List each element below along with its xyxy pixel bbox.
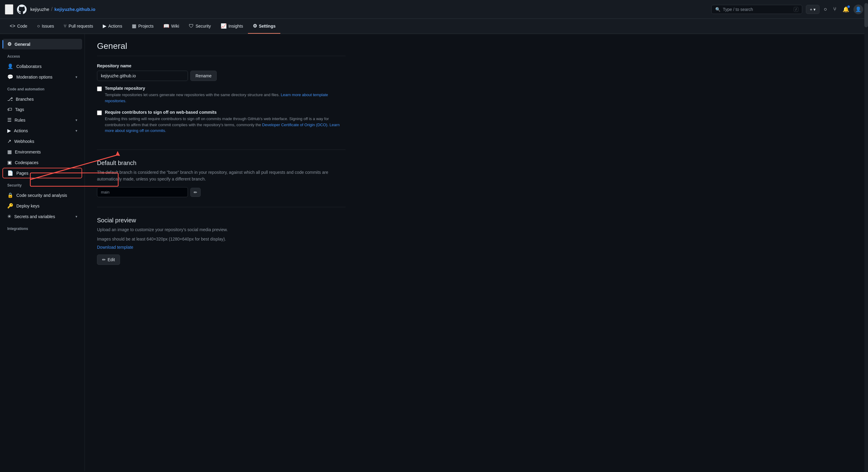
- repo-nav: <> Code ○ Issues ⑂ Pull requests ▶ Actio…: [0, 19, 868, 34]
- default-branch-title: Default branch: [97, 159, 345, 167]
- hamburger-button[interactable]: ☰: [5, 4, 13, 14]
- page-title: General: [97, 41, 345, 56]
- tags-icon: 🏷: [7, 107, 12, 112]
- github-logo: [17, 4, 27, 14]
- user-link[interactable]: kejiyuzhe: [30, 7, 50, 12]
- breadcrumb: kejiyuzhe / kejiyuzhe.github.io: [30, 6, 95, 12]
- nav-actions[interactable]: ▶ Actions: [98, 19, 127, 34]
- search-bar[interactable]: 🔍 Type / to search /: [711, 5, 802, 14]
- edit-branch-button[interactable]: ✏: [190, 188, 200, 197]
- sidebar-deploy-keys-label: Deploy keys: [17, 204, 39, 208]
- settings-icon: ⚙: [253, 23, 257, 29]
- sidebar-item-moderation[interactable]: 💬 Moderation options ▾: [2, 71, 82, 82]
- social-preview-title: Social preview: [97, 217, 345, 224]
- sidebar-rules-label: Rules: [14, 118, 26, 122]
- sidebar-code-security-label: Code security and analysis: [17, 193, 67, 198]
- search-icon: 🔍: [715, 7, 720, 12]
- search-placeholder-text: Type / to search: [723, 7, 753, 12]
- nav-wiki[interactable]: 📖 Wiki: [158, 19, 184, 34]
- social-preview-desc1: Upload an image to customize your reposi…: [97, 226, 345, 233]
- social-preview-section: Social preview Upload an image to custom…: [97, 217, 345, 274]
- repo-name-section: Repository name Rename Template reposito…: [97, 63, 345, 150]
- nav-security-label: Security: [195, 24, 211, 29]
- sidebar-item-webhooks[interactable]: ↗ Webhooks: [2, 136, 82, 147]
- nav-code-label: Code: [17, 24, 27, 29]
- code-security-icon: 🔒: [7, 192, 13, 198]
- sidebar-collaborators-label: Collaborators: [17, 64, 41, 69]
- default-branch-desc: The default branch is considered the "ba…: [97, 169, 345, 183]
- branch-name-input: [97, 187, 188, 197]
- codespaces-icon: ▣: [7, 159, 12, 165]
- avatar[interactable]: 👤: [854, 4, 863, 14]
- sidebar-webhooks-label: Webhooks: [14, 139, 34, 144]
- sidebar-item-environments[interactable]: ▦ Environments: [2, 147, 82, 157]
- layout: ⚙ General Access 👤 Collaborators 💬 Moder…: [0, 34, 868, 471]
- social-preview-edit-button[interactable]: ✏ Edit: [97, 255, 120, 265]
- new-button[interactable]: + ▾: [806, 5, 819, 14]
- environments-icon: ▦: [7, 149, 12, 155]
- pull-requests-button[interactable]: ⑂: [831, 4, 838, 14]
- sidebar-pages-label: Pages: [17, 171, 29, 176]
- repo-name-input[interactable]: [97, 71, 188, 81]
- edit-label: Edit: [107, 257, 115, 262]
- sidebar-item-codespaces[interactable]: ▣ Codespaces: [2, 157, 82, 168]
- nav-code[interactable]: <> Code: [5, 19, 32, 34]
- insights-icon: 📈: [221, 23, 227, 29]
- scrollbar-thumb[interactable]: [864, 3, 868, 27]
- nav-projects-label: Projects: [138, 24, 154, 29]
- nav-actions-label: Actions: [108, 24, 122, 29]
- sidebar-item-pages[interactable]: 📄 Pages: [2, 168, 82, 178]
- sidebar-item-rules[interactable]: ☰ Rules ▾: [2, 115, 82, 125]
- nav-pr-label: Pull requests: [68, 24, 93, 29]
- repo-link[interactable]: kejiyuzhe.github.io: [55, 7, 95, 12]
- secrets-chevron-icon: ▾: [75, 214, 77, 219]
- sidebar-moderation-label: Moderation options: [17, 75, 53, 80]
- nav-pull-requests[interactable]: ⑂ Pull requests: [59, 19, 98, 34]
- rules-icon: ☰: [7, 117, 11, 123]
- sidebar-item-actions[interactable]: ▶ Actions ▾: [2, 125, 82, 136]
- sign-off-desc: Enabling this setting will require contr…: [105, 116, 345, 134]
- repo-name-label: Repository name: [97, 63, 345, 68]
- general-icon: ⚙: [7, 41, 11, 47]
- sidebar-actions-label: Actions: [14, 128, 28, 133]
- sidebar-item-deploy-keys[interactable]: 🔑 Deploy keys: [2, 201, 82, 211]
- sidebar-environments-label: Environments: [15, 150, 41, 154]
- sidebar-item-branches[interactable]: ⎇ Branches: [2, 94, 82, 105]
- sign-off-checkbox[interactable]: [97, 111, 102, 115]
- webhooks-icon: ↗: [7, 138, 11, 144]
- dco-link[interactable]: Developer Certificate of Origin (DCO).: [262, 122, 329, 127]
- sidebar-item-collaborators[interactable]: 👤 Collaborators: [2, 61, 82, 71]
- nav-projects[interactable]: ▦ Projects: [127, 19, 158, 34]
- template-repo-content: Template repository Template repositorie…: [105, 86, 345, 104]
- wiki-icon: 📖: [163, 23, 169, 29]
- nav-security[interactable]: 🛡 Security: [184, 19, 216, 34]
- nav-wiki-label: Wiki: [171, 24, 179, 29]
- sidebar-tags-label: Tags: [15, 107, 24, 112]
- pr-icon: ⑂: [64, 23, 67, 29]
- download-template-link[interactable]: Download template: [97, 245, 345, 249]
- collaborators-icon: 👤: [7, 63, 13, 69]
- scrollbar-track[interactable]: [864, 0, 868, 472]
- breadcrumb-separator: /: [51, 6, 53, 12]
- template-repo-checkbox[interactable]: [97, 86, 102, 91]
- header: ☰ kejiyuzhe / kejiyuzhe.github.io 🔍 Type…: [0, 0, 868, 19]
- notifications-button[interactable]: 🔔: [841, 4, 851, 14]
- branch-input-row: ✏: [97, 187, 345, 197]
- sidebar-item-secrets[interactable]: ✳ Secrets and variables ▾: [2, 211, 82, 222]
- sidebar: ⚙ General Access 👤 Collaborators 💬 Moder…: [0, 34, 85, 471]
- repo-name-row: Rename: [97, 71, 345, 81]
- repo-name-form-group: Repository name Rename: [97, 63, 345, 81]
- sidebar-item-tags[interactable]: 🏷 Tags: [2, 105, 82, 115]
- sidebar-item-general[interactable]: ⚙ General: [2, 39, 82, 50]
- edit-pencil-icon: ✏: [102, 257, 106, 262]
- search-slash-key: /: [794, 7, 798, 12]
- rename-button[interactable]: Rename: [190, 71, 217, 81]
- nav-insights[interactable]: 📈 Insights: [216, 19, 248, 34]
- secrets-icon: ✳: [7, 213, 11, 219]
- code-icon: <>: [10, 23, 16, 29]
- copilot-button[interactable]: ○: [822, 4, 829, 14]
- nav-issues[interactable]: ○ Issues: [32, 19, 59, 34]
- sidebar-item-code-security[interactable]: 🔒 Code security and analysis: [2, 190, 82, 201]
- nav-settings[interactable]: ⚙ Settings: [248, 19, 280, 34]
- security-icon: 🛡: [189, 23, 194, 29]
